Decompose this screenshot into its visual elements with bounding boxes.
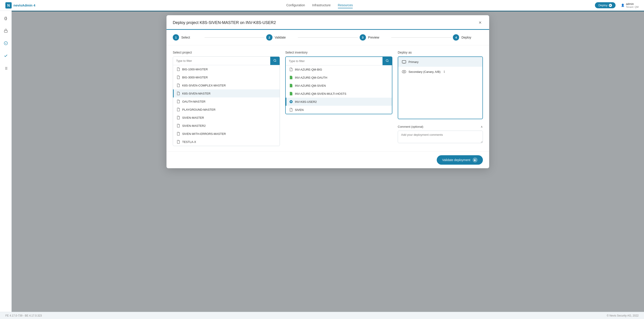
step-1-label: Select [181,36,190,39]
inventory-filter-row [286,57,392,66]
svg-point-10 [274,59,276,62]
inventory-filter-input[interactable] [286,57,382,65]
project-list-item[interactable]: K8S-SIVEN-COMPLEX-MASTER [173,81,280,90]
deploy-option-secondary[interactable]: Secondary (Canary, A/B) ℹ [398,67,482,76]
inventory-filter-button[interactable] [382,57,392,65]
sidebar-item-check[interactable] [2,52,10,60]
modal-title: Deploy project K8S-SIVEN-MASTER on INV-K… [173,20,276,25]
step-divider-2 [298,38,358,38]
project-list-item[interactable]: BIG-3000-MASTER [173,73,280,81]
file-icon [290,68,293,71]
inventory-item-name: INV-AZURE-QM-BIG [295,68,322,71]
inventory-list-item[interactable]: INV-AZURE-QM-OAUTH [286,74,392,82]
inventory-list: INV-AZURE-QM-BIG INV-AZURE-QM-OAUTH INV-… [286,66,392,114]
file-icon [290,84,293,87]
file-icon [177,108,180,111]
file-icon [177,100,180,103]
project-list-item[interactable]: TESTLA-X [173,138,280,146]
inventory-list-item[interactable]: SIVEN [286,106,392,114]
project-list: BIG-1000-MASTER BIG-3000-MASTER K8S-SIVE… [173,65,280,146]
nav-configuration[interactable]: Configuration [286,2,305,8]
inventory-list-item[interactable]: INV-AZURE-QM-BIG [286,66,392,74]
project-item-name: BIG-3000-MASTER [182,76,208,79]
deploy-as-label: Deploy as [398,51,483,54]
project-list-item[interactable]: SIVEN-MASTER [173,114,280,122]
project-list-item[interactable]: SIVEN-MASTER2 [173,122,280,130]
modal-header: Deploy project K8S-SIVEN-MASTER on INV-K… [166,15,489,30]
project-list-item[interactable]: SIVEN-WITH-ERRORS-MASTER [173,130,280,138]
inventory-list-item[interactable]: INV-AZURE-QM-SIVEN [286,82,392,90]
file-icon [290,100,293,104]
lock-icon [4,29,8,34]
nav-resources[interactable]: Resources [338,2,353,8]
modal-close-button[interactable]: × [477,20,483,26]
comment-textarea[interactable] [398,130,483,143]
comment-label: Comment (optional) [398,125,423,128]
nav-infrastructure[interactable]: Infrastructure [312,2,330,8]
project-item-name: BIG-1000-MASTER [182,68,208,71]
copyright: © Nevis Security AG, 2022 [607,314,638,317]
modal-backdrop: Deploy project K8S-SIVEN-MASTER on INV-K… [12,11,644,319]
file-icon [177,116,180,120]
version-info: FE 4.17.0-739 - BE 4.17.0.323 [6,314,42,317]
step-2-num: 2 [266,34,272,40]
project-item-name: K8S-SIVEN-COMPLEX-MASTER [182,84,226,87]
deploy-option-primary[interactable]: Primary [398,57,482,67]
inventory-panel-label: Select inventory [285,51,392,54]
secondary-icon [402,70,406,74]
step-4: 4 Deploy [453,34,483,40]
project-filter-input[interactable] [173,57,270,65]
sidebar-item-code[interactable]: {} [2,14,10,22]
step-3: 3 Preview [360,34,390,40]
project-list-item[interactable]: PLAYGROUND-MASTER [173,106,280,114]
modal-body: Select project BIG-1000-MA [166,45,489,152]
check-icon [4,54,8,58]
file-icon [290,108,293,112]
project-list-item[interactable]: K8S-SIVEN-MASTER [173,90,280,98]
file-icon [177,140,180,144]
chevron-up-icon: ∧ [481,125,483,128]
nav-links: Configuration Infrastructure Resources [44,2,595,8]
sidebar-item-list[interactable] [2,64,10,72]
deploy-as-box: Primary [398,56,483,119]
sidebar-item-check-circle[interactable] [2,40,10,48]
deploy-button[interactable]: Deploy ▶ [595,2,616,8]
project-filter-button[interactable] [270,57,280,65]
step-divider-3 [391,38,451,38]
sidebar-item-lock[interactable] [2,27,10,35]
step-divider-1 [204,38,264,38]
inventory-list-item[interactable]: INV-K8S-USER2 [286,98,392,106]
step-4-label: Deploy [462,36,471,39]
comment-header[interactable]: Comment (optional) ∧ [398,123,483,130]
project-item-name: PLAYGROUND-MASTER [182,108,216,111]
project-list-item[interactable]: OAUTH-MASTER [173,98,280,106]
svg-line-13 [388,62,388,62]
inventory-item-name: INV-AZURE-QM-SIVEN [295,84,326,87]
deploy-as-panel: Deploy as [398,51,483,146]
validate-deployment-button[interactable]: Validate deployment ▶ [437,155,483,165]
primary-icon [402,60,406,64]
inventory-item-name: INV-AZURE-QM-OAUTH [295,76,327,79]
user-info: 👤 admin Tenant: QM [621,2,638,8]
inventory-panel: Select inventory INV-AZURE-QM-BIG [285,51,392,146]
file-icon [290,76,293,79]
info-icon[interactable]: ℹ [444,70,445,74]
file-icon [177,124,180,128]
svg-point-15 [291,101,292,102]
file-icon [290,92,293,96]
modal-footer: Validate deployment ▶ [166,152,489,168]
project-item-name: TESTLA-X [182,140,196,144]
svg-text:N: N [7,4,10,8]
inventory-panel-box: INV-AZURE-QM-BIG INV-AZURE-QM-OAUTH INV-… [285,56,392,114]
project-item-name: SIVEN-MASTER [182,116,204,120]
step-3-label: Preview [368,36,379,39]
file-icon [177,84,180,87]
project-list-item[interactable]: BIG-1000-MASTER [173,65,280,73]
app-logo: N nevisAdmin 4 [6,2,36,8]
step-1: 1 Select [173,34,203,40]
deploy-label: Deploy [598,4,608,7]
inventory-list-item[interactable]: INV-AZURE-QM-SIVEN-MULTI-HOSTS [286,90,392,98]
username: admin [626,2,638,6]
list-icon [4,66,8,71]
file-icon [177,68,180,71]
